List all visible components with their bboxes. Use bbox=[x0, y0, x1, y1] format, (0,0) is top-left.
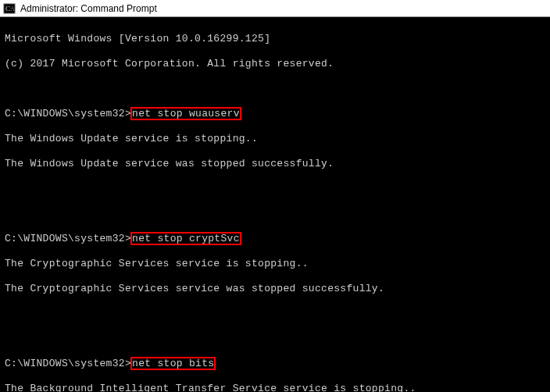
prompt: C:\WINDOWS\system32> bbox=[5, 233, 131, 244]
output-line: The Windows Update service was stopped s… bbox=[5, 158, 545, 170]
banner-line: Microsoft Windows [Version 10.0.16299.12… bbox=[5, 33, 545, 45]
output-line: The Windows Update service is stopping.. bbox=[5, 133, 545, 145]
command-line: C:\WINDOWS\system32>net stop wuauserv bbox=[5, 108, 545, 120]
window-title: Administrator: Command Prompt bbox=[20, 3, 157, 14]
terminal-output[interactable]: Microsoft Windows [Version 10.0.16299.12… bbox=[0, 17, 550, 392]
output-line: The Background Intelligent Transfer Serv… bbox=[5, 383, 545, 392]
prompt: C:\WINDOWS\system32> bbox=[5, 358, 131, 369]
highlighted-command: net stop cryptSvc bbox=[131, 233, 241, 244]
command-line: C:\WINDOWS\system32>net stop cryptSvc bbox=[5, 233, 545, 245]
output-line: The Cryptographic Services service was s… bbox=[5, 283, 545, 295]
blank-line bbox=[5, 183, 545, 195]
command-line: C:\WINDOWS\system32>net stop bits bbox=[5, 358, 545, 370]
svg-text:C:\: C:\ bbox=[5, 5, 15, 12]
window-titlebar[interactable]: C:\ Administrator: Command Prompt bbox=[0, 0, 550, 17]
cmd-icon: C:\ bbox=[3, 2, 16, 15]
highlighted-command: net stop bits bbox=[131, 358, 215, 369]
blank-line bbox=[5, 83, 545, 95]
prompt: C:\WINDOWS\system32> bbox=[5, 108, 131, 119]
output-line: The Cryptographic Services service is st… bbox=[5, 258, 545, 270]
blank-line bbox=[5, 208, 545, 220]
blank-line bbox=[5, 333, 545, 345]
banner-line: (c) 2017 Microsoft Corporation. All righ… bbox=[5, 58, 545, 70]
highlighted-command: net stop wuauserv bbox=[131, 108, 241, 119]
blank-line bbox=[5, 308, 545, 320]
